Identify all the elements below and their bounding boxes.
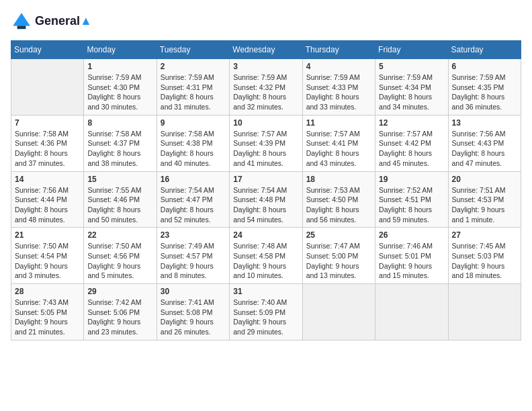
cell-details: Sunrise: 7:59 AM Sunset: 4:35 PM Dayligh… [452, 73, 517, 112]
cell-details: Sunrise: 7:58 AM Sunset: 4:36 PM Dayligh… [15, 129, 80, 169]
cell-details: Sunrise: 7:54 AM Sunset: 4:47 PM Dayligh… [161, 185, 226, 225]
day-number: 23 [161, 230, 226, 240]
day-number: 3 [233, 62, 298, 71]
calendar-cell: 19Sunrise: 7:52 AM Sunset: 4:51 PM Dayli… [375, 171, 448, 228]
calendar-cell: 16Sunrise: 7:54 AM Sunset: 4:47 PM Dayli… [157, 171, 229, 228]
calendar-cell: 23Sunrise: 7:49 AM Sunset: 4:57 PM Dayli… [157, 228, 229, 284]
day-number: 8 [87, 118, 152, 128]
calendar-cell: 18Sunrise: 7:53 AM Sunset: 4:50 PM Dayli… [302, 171, 375, 228]
calendar-cell: 30Sunrise: 7:41 AM Sunset: 5:08 PM Dayli… [157, 284, 229, 340]
calendar-cell: 5Sunrise: 7:59 AM Sunset: 4:34 PM Daylig… [375, 59, 448, 116]
cell-details: Sunrise: 7:46 AM Sunset: 5:01 PM Dayligh… [379, 241, 444, 281]
day-number: 7 [15, 118, 80, 128]
svg-marker-0 [13, 13, 30, 26]
day-number: 28 [15, 287, 80, 296]
logo-icon [11, 11, 32, 32]
logo: General▲ [11, 11, 92, 32]
weekday-header-row: SundayMondayTuesdayWednesdayThursdayFrid… [11, 41, 521, 59]
week-row-3: 14Sunrise: 7:56 AM Sunset: 4:44 PM Dayli… [11, 171, 521, 228]
calendar-cell: 12Sunrise: 7:57 AM Sunset: 4:42 PM Dayli… [375, 115, 448, 171]
svg-rect-1 [17, 26, 26, 29]
cell-details: Sunrise: 7:51 AM Sunset: 4:53 PM Dayligh… [452, 185, 517, 225]
day-number: 2 [161, 62, 226, 71]
day-number: 19 [379, 175, 444, 184]
cell-details: Sunrise: 7:59 AM Sunset: 4:32 PM Dayligh… [233, 73, 298, 112]
weekday-header-thursday: Thursday [302, 41, 375, 59]
calendar-cell: 24Sunrise: 7:48 AM Sunset: 4:58 PM Dayli… [230, 228, 302, 284]
cell-details: Sunrise: 7:52 AM Sunset: 4:51 PM Dayligh… [379, 185, 444, 225]
day-number: 14 [15, 175, 80, 184]
cell-details: Sunrise: 7:59 AM Sunset: 4:30 PM Dayligh… [87, 73, 152, 112]
day-number: 16 [161, 175, 226, 184]
calendar-cell: 25Sunrise: 7:47 AM Sunset: 5:00 PM Dayli… [302, 228, 375, 284]
cell-details: Sunrise: 7:57 AM Sunset: 4:42 PM Dayligh… [379, 129, 444, 169]
calendar-cell: 8Sunrise: 7:58 AM Sunset: 4:37 PM Daylig… [84, 115, 157, 171]
cell-details: Sunrise: 7:42 AM Sunset: 5:06 PM Dayligh… [87, 298, 152, 337]
calendar-cell: 14Sunrise: 7:56 AM Sunset: 4:44 PM Dayli… [11, 171, 84, 228]
day-number: 25 [306, 230, 371, 240]
calendar-cell: 7Sunrise: 7:58 AM Sunset: 4:36 PM Daylig… [11, 115, 84, 171]
day-number: 4 [306, 62, 371, 71]
weekday-header-sunday: Sunday [11, 41, 84, 59]
calendar-cell: 4Sunrise: 7:59 AM Sunset: 4:33 PM Daylig… [302, 59, 375, 116]
calendar-cell: 21Sunrise: 7:50 AM Sunset: 4:54 PM Dayli… [11, 228, 84, 284]
day-number: 22 [87, 230, 152, 240]
calendar-cell [11, 59, 84, 116]
day-number: 17 [233, 175, 298, 184]
calendar-cell: 15Sunrise: 7:55 AM Sunset: 4:46 PM Dayli… [84, 171, 157, 228]
calendar-cell: 2Sunrise: 7:59 AM Sunset: 4:31 PM Daylig… [157, 59, 229, 116]
calendar-cell: 6Sunrise: 7:59 AM Sunset: 4:35 PM Daylig… [448, 59, 521, 116]
cell-details: Sunrise: 7:57 AM Sunset: 4:41 PM Dayligh… [306, 129, 371, 169]
calendar-cell: 9Sunrise: 7:58 AM Sunset: 4:38 PM Daylig… [157, 115, 229, 171]
calendar-table: SundayMondayTuesdayWednesdayThursdayFrid… [11, 40, 521, 340]
day-number: 11 [306, 118, 371, 128]
day-number: 27 [452, 230, 517, 240]
cell-details: Sunrise: 7:54 AM Sunset: 4:48 PM Dayligh… [233, 185, 298, 225]
day-number: 9 [161, 118, 226, 128]
day-number: 31 [233, 287, 298, 296]
week-row-2: 7Sunrise: 7:58 AM Sunset: 4:36 PM Daylig… [11, 115, 521, 171]
calendar-cell: 13Sunrise: 7:56 AM Sunset: 4:43 PM Dayli… [448, 115, 521, 171]
calendar-cell: 1Sunrise: 7:59 AM Sunset: 4:30 PM Daylig… [84, 59, 157, 116]
calendar-cell: 28Sunrise: 7:43 AM Sunset: 5:05 PM Dayli… [11, 284, 84, 340]
day-number: 18 [306, 175, 371, 184]
day-number: 6 [452, 62, 517, 71]
cell-details: Sunrise: 7:59 AM Sunset: 4:31 PM Dayligh… [161, 73, 226, 112]
cell-details: Sunrise: 7:49 AM Sunset: 4:57 PM Dayligh… [161, 241, 226, 281]
cell-details: Sunrise: 7:53 AM Sunset: 4:50 PM Dayligh… [306, 185, 371, 225]
day-number: 1 [87, 62, 152, 71]
cell-details: Sunrise: 7:48 AM Sunset: 4:58 PM Dayligh… [233, 241, 298, 281]
cell-details: Sunrise: 7:41 AM Sunset: 5:08 PM Dayligh… [161, 298, 226, 337]
day-number: 15 [87, 175, 152, 184]
calendar-cell: 11Sunrise: 7:57 AM Sunset: 4:41 PM Dayli… [302, 115, 375, 171]
calendar-cell: 20Sunrise: 7:51 AM Sunset: 4:53 PM Dayli… [448, 171, 521, 228]
cell-details: Sunrise: 7:47 AM Sunset: 5:00 PM Dayligh… [306, 241, 371, 281]
cell-details: Sunrise: 7:43 AM Sunset: 5:05 PM Dayligh… [15, 298, 80, 337]
cell-details: Sunrise: 7:56 AM Sunset: 4:43 PM Dayligh… [452, 129, 517, 169]
calendar-cell: 10Sunrise: 7:57 AM Sunset: 4:39 PM Dayli… [230, 115, 302, 171]
calendar-cell: 3Sunrise: 7:59 AM Sunset: 4:32 PM Daylig… [230, 59, 302, 116]
week-row-1: 1Sunrise: 7:59 AM Sunset: 4:30 PM Daylig… [11, 59, 521, 116]
cell-details: Sunrise: 7:50 AM Sunset: 4:56 PM Dayligh… [87, 241, 152, 281]
cell-details: Sunrise: 7:59 AM Sunset: 4:34 PM Dayligh… [379, 73, 444, 112]
day-number: 5 [379, 62, 444, 71]
page-header: General▲ [11, 11, 521, 32]
weekday-header-saturday: Saturday [448, 41, 521, 59]
cell-details: Sunrise: 7:59 AM Sunset: 4:33 PM Dayligh… [306, 73, 371, 112]
calendar-cell: 31Sunrise: 7:40 AM Sunset: 5:09 PM Dayli… [230, 284, 302, 340]
day-number: 10 [233, 118, 298, 128]
day-number: 12 [379, 118, 444, 128]
cell-details: Sunrise: 7:40 AM Sunset: 5:09 PM Dayligh… [233, 298, 298, 337]
weekday-header-tuesday: Tuesday [157, 41, 229, 59]
calendar-cell [448, 284, 521, 340]
weekday-header-wednesday: Wednesday [230, 41, 302, 59]
week-row-5: 28Sunrise: 7:43 AM Sunset: 5:05 PM Dayli… [11, 284, 521, 340]
day-number: 29 [87, 287, 152, 296]
day-number: 30 [161, 287, 226, 296]
calendar-cell: 17Sunrise: 7:54 AM Sunset: 4:48 PM Dayli… [230, 171, 302, 228]
cell-details: Sunrise: 7:58 AM Sunset: 4:37 PM Dayligh… [87, 129, 152, 169]
calendar-cell: 29Sunrise: 7:42 AM Sunset: 5:06 PM Dayli… [84, 284, 157, 340]
calendar-cell: 26Sunrise: 7:46 AM Sunset: 5:01 PM Dayli… [375, 228, 448, 284]
calendar-cell [302, 284, 375, 340]
cell-details: Sunrise: 7:55 AM Sunset: 4:46 PM Dayligh… [87, 185, 152, 225]
